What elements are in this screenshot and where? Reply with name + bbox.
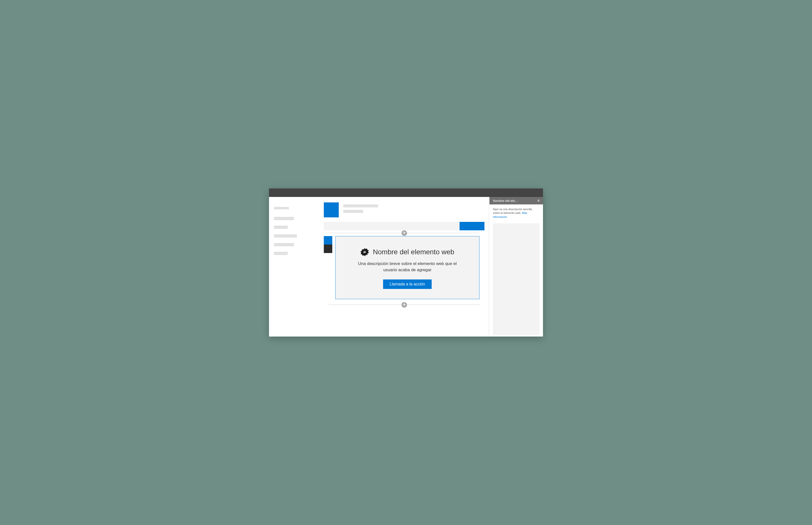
nav-item-placeholder <box>274 252 288 255</box>
command-bar <box>324 222 484 230</box>
webpart-placeholder-card[interactable]: P Nombre del elemento web Una descripció… <box>335 236 480 299</box>
webpart-row: P Nombre del elemento web Una descripció… <box>324 236 480 299</box>
left-nav <box>269 197 319 336</box>
nav-item-placeholder <box>274 234 297 238</box>
command-bar-spacer <box>324 222 459 230</box>
nav-item-placeholder <box>274 226 288 229</box>
nav-item-placeholder <box>274 217 294 220</box>
webpart-title-row: P Nombre del elemento web <box>350 248 464 256</box>
property-panel-content-placeholder <box>493 223 540 335</box>
page-header <box>319 202 489 222</box>
property-panel: Nombre del ele… Aquí va una descripción … <box>489 197 543 336</box>
webpart-title: Nombre del elemento web <box>373 248 454 256</box>
placeholder-line <box>343 210 363 213</box>
property-panel-title: Nombre del ele… <box>493 199 536 203</box>
webpart-tool-rail <box>324 236 332 253</box>
nav-item-placeholder <box>274 207 289 209</box>
webpart-description: Una descripción breve sobre el elemento … <box>353 261 462 273</box>
workspace: P Nombre del elemento web Una descripció… <box>269 197 543 336</box>
add-section-top <box>329 233 480 233</box>
site-logo-placeholder <box>324 202 339 217</box>
edit-webpart-button[interactable] <box>324 236 332 244</box>
svg-text:P: P <box>364 250 366 254</box>
plus-icon <box>403 303 406 307</box>
placeholder-line <box>343 205 378 207</box>
add-webpart-button[interactable] <box>402 230 407 236</box>
property-panel-description: Aquí va una descripción sencilla sobre e… <box>489 205 543 222</box>
move-webpart-button[interactable] <box>324 244 332 253</box>
close-icon[interactable] <box>536 198 541 203</box>
app-window: P Nombre del elemento web Una descripció… <box>269 189 543 336</box>
nav-item-placeholder <box>274 243 294 246</box>
webpart-cta-button[interactable]: Llamada a la acción <box>383 280 432 289</box>
plus-icon <box>403 231 406 235</box>
command-bar-primary-button[interactable] <box>459 222 484 230</box>
site-title-placeholder <box>343 205 378 215</box>
window-titlebar <box>269 189 543 197</box>
webpart-badge-icon: P <box>360 248 369 256</box>
property-panel-header: Nombre del ele… <box>489 197 543 205</box>
add-webpart-button[interactable] <box>402 302 407 308</box>
page-canvas: P Nombre del elemento web Una descripció… <box>319 197 489 336</box>
